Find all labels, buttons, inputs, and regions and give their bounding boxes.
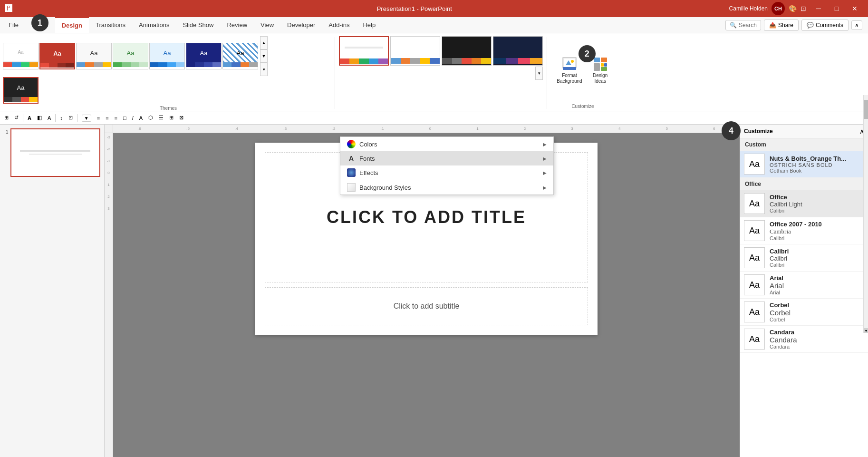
title-text: Presentation1 - PowerPoint <box>377 5 452 12</box>
tab-review[interactable]: Review <box>220 18 254 32</box>
font-item-office-2007[interactable]: Aa Office 2007 - 2010 Cambria Calibri <box>740 217 868 244</box>
close-button[interactable]: ✕ <box>846 0 863 17</box>
theme-blank[interactable]: Aa <box>3 43 39 69</box>
variants-scroll[interactable]: ▾ <box>535 67 543 80</box>
font-item-nuts-bolts[interactable]: Aa Nuts & Bolts_Orange Th... OSTRICH SAN… <box>740 151 868 178</box>
toolbar-move-up[interactable]: ↕ <box>58 114 65 122</box>
tab-addins[interactable]: Add-ins <box>322 18 356 32</box>
slide-thumbnail-1[interactable]: 1 <box>4 128 100 177</box>
font-heading-calibri: Calibri <box>770 255 864 262</box>
svg-rect-8 <box>604 63 607 67</box>
theme-green[interactable]: Aa <box>113 43 148 69</box>
toolbar-align-left[interactable]: ≡ <box>95 114 102 122</box>
effects-menu-item[interactable]: Effects ▶ <box>340 165 553 180</box>
font-body-calibri: Calibri <box>770 262 864 268</box>
theme-blue[interactable]: Aa <box>149 43 185 69</box>
toolbar-line[interactable]: / <box>130 114 136 122</box>
font-heading: OSTRICH SANS BOLD <box>770 162 864 168</box>
variant-4[interactable] <box>493 36 543 66</box>
tab-transitions[interactable]: Transitions <box>89 18 132 32</box>
themes-label: Themes <box>2 106 335 111</box>
theme-dark-selected[interactable]: Aa <box>3 77 39 104</box>
tab-developer[interactable]: Developer <box>280 18 322 32</box>
tab-view[interactable]: View <box>254 18 280 32</box>
slide-preview-thumb[interactable] <box>10 128 100 177</box>
font-body-corbel: Corbel <box>770 317 864 322</box>
slide-panel: 1 <box>0 125 105 457</box>
variant-2[interactable] <box>390 36 440 66</box>
toolbar-shape-rect[interactable]: □ <box>121 114 129 122</box>
main-area: 1 -6-5-4-3-2-1 0123456 <box>0 125 868 457</box>
font-body-arial: Arial <box>770 290 864 295</box>
font-info-candara: Candara Candara Candara <box>770 329 864 350</box>
colors-chevron: ▶ <box>543 142 547 147</box>
theme-patterned[interactable]: Aa <box>222 43 258 69</box>
toolbar-grid[interactable]: ⊞ <box>167 114 176 122</box>
ribbon-content: Aa Aa <box>0 33 868 111</box>
tab-design[interactable]: Design 1 <box>55 17 89 33</box>
toolbar-align-center[interactable]: ≡ <box>103 114 111 122</box>
theme-red[interactable]: Aa <box>39 43 75 69</box>
ribbon-collapse-button[interactable]: ∧ <box>851 20 862 30</box>
background-styles-menu-item[interactable]: Background Styles ▶ <box>340 180 553 194</box>
effects-chevron: ▶ <box>543 170 547 175</box>
toolbar-font-a[interactable]: A <box>25 114 34 122</box>
tab-file[interactable]: File <box>2 18 25 32</box>
maximize-button[interactable]: □ <box>828 0 845 17</box>
scroll-thumb[interactable] <box>864 100 868 119</box>
scroll-down-btn[interactable]: ▼ <box>864 328 868 333</box>
font-name-calibri: Calibri <box>770 248 864 255</box>
themes-scroll-up[interactable]: ▲ <box>260 36 268 49</box>
font-info-arial: Arial Arial Arial <box>770 274 864 295</box>
font-item-corbel[interactable]: Aa Corbel Corbel Corbel <box>740 299 868 326</box>
bg-styles-icon <box>347 183 356 192</box>
fonts-menu-item[interactable]: A Fonts ▶ <box>340 151 553 165</box>
toolbar-shapes[interactable]: ⬡ <box>146 114 155 122</box>
svg-rect-9 <box>601 67 607 71</box>
minimize-button[interactable]: ─ <box>810 0 827 17</box>
share-button[interactable]: 📤 Share <box>764 19 799 31</box>
toolbar-group[interactable]: ⊡ <box>66 114 75 122</box>
tab-slideshow[interactable]: Slide Show <box>176 18 220 32</box>
themes-scroll-down[interactable]: ▼ <box>260 49 268 63</box>
font-heading-office-2007: Cambria <box>770 228 864 235</box>
search-box[interactable]: 🔍 Search <box>725 20 761 30</box>
account-icon[interactable]: ⊡ <box>800 5 806 12</box>
font-aa-preview: Aa <box>744 154 765 175</box>
fonts-panel: Custom Aa Nuts & Bolts_Orange Th... OSTR… <box>740 138 868 457</box>
theme-light[interactable]: Aa <box>76 43 112 69</box>
slide-subtitle-area[interactable]: Click to add subtitle <box>265 287 588 325</box>
font-heading-corbel: Corbel <box>770 309 864 317</box>
variant-1[interactable] <box>339 36 389 66</box>
theme-dark-blue[interactable]: Aa <box>186 43 222 69</box>
avatar: CH <box>772 2 785 15</box>
colors-menu-item[interactable]: Colors ▶ <box>340 137 553 151</box>
themes-scroll-more[interactable]: ▾ <box>260 63 268 76</box>
font-item-office[interactable]: Aa Office Calibri Light Calibri <box>740 190 868 217</box>
font-aa-candara: Aa <box>744 329 765 350</box>
toolbar-shape-fill[interactable]: ◧ <box>35 114 44 122</box>
font-aa-office-2007: Aa <box>744 220 765 241</box>
font-name-office-2007: Office 2007 - 2010 <box>770 221 864 228</box>
tab-animations[interactable]: Animations <box>132 18 176 32</box>
customize-icon[interactable]: 🎨 <box>789 5 797 12</box>
font-info: Nuts & Bolts_Orange Th... OSTRICH SANS B… <box>770 155 864 174</box>
toolbar-arrange[interactable]: ☰ <box>156 114 166 122</box>
toolbar-reset[interactable]: ↺ <box>12 114 21 122</box>
toolbar-layout[interactable]: ⊞ <box>2 114 11 122</box>
search-placeholder: Search <box>739 22 757 29</box>
toolbar-crop[interactable]: ⊠ <box>177 114 186 122</box>
font-item-candara[interactable]: Aa Candara Candara Candara <box>740 326 868 353</box>
font-info-calibri: Calibri Calibri Calibri <box>770 248 864 268</box>
toolbar-align-right[interactable]: ≡ <box>112 114 120 122</box>
font-item-arial[interactable]: Aa Arial Arial Arial <box>740 272 868 299</box>
format-background-button[interactable]: FormatBackground 2 <box>553 54 586 86</box>
toolbar-text-fill[interactable]: A <box>45 114 53 122</box>
toolbar-text-box[interactable]: A <box>137 114 145 122</box>
toolbar-section[interactable]: ▼ <box>79 114 94 122</box>
variant-3[interactable] <box>442 36 492 66</box>
comments-button[interactable]: 💬 Comments <box>801 19 849 31</box>
fonts-chevron: ▶ <box>543 156 547 161</box>
tab-help[interactable]: Help <box>356 18 382 32</box>
font-item-calibri[interactable]: Aa Calibri Calibri Calibri <box>740 244 868 272</box>
